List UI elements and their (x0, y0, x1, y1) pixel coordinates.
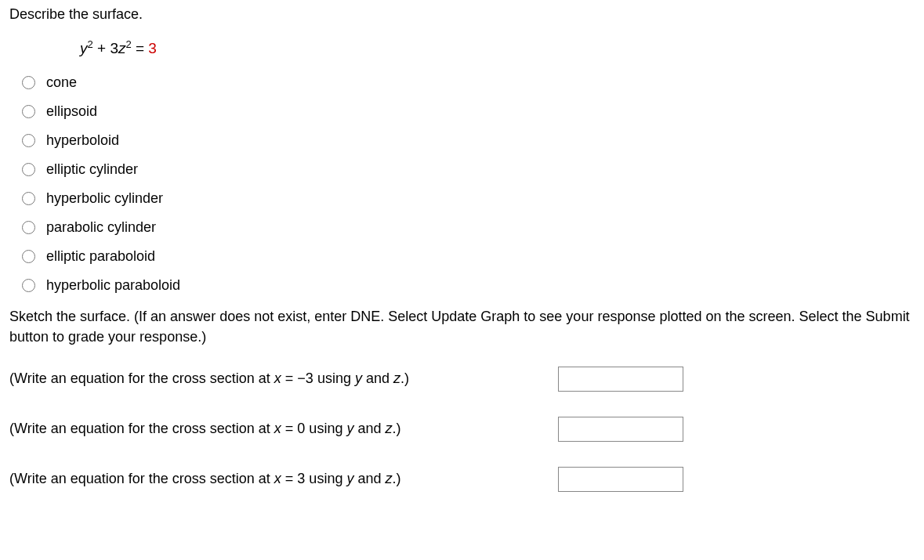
sketch-instruction: Sketch the surface. (If an answer does n… (9, 306, 915, 347)
radio-label: parabolic cylinder (46, 219, 156, 236)
radio-icon[interactable] (22, 105, 35, 118)
radio-option-ellipsoid[interactable]: ellipsoid (22, 103, 915, 120)
radio-label: elliptic cylinder (46, 161, 138, 178)
cross-section-label: (Write an equation for the cross section… (9, 370, 558, 387)
cross-section-label: (Write an equation for the cross section… (9, 471, 558, 487)
radio-icon[interactable] (22, 76, 35, 89)
cross-section-input-2[interactable] (558, 467, 683, 492)
cross-section-input-1[interactable] (558, 417, 683, 442)
radio-icon[interactable] (22, 163, 35, 176)
cross-section-label: (Write an equation for the cross section… (9, 421, 558, 437)
question-prompt: Describe the surface. (9, 6, 915, 23)
cross-section-row-1: (Write an equation for the cross section… (9, 417, 915, 442)
radio-label: hyperboloid (46, 132, 119, 149)
radio-icon[interactable] (22, 250, 35, 263)
radio-option-elliptic-cylinder[interactable]: elliptic cylinder (22, 161, 915, 178)
cross-section-input-0[interactable] (558, 367, 683, 392)
radio-label: ellipsoid (46, 103, 97, 120)
radio-icon[interactable] (22, 279, 35, 292)
radio-group: coneellipsoidhyperboloidelliptic cylinde… (22, 74, 915, 294)
radio-option-hyperbolic-paraboloid[interactable]: hyperbolic paraboloid (22, 277, 915, 294)
radio-label: hyperbolic cylinder (46, 190, 163, 207)
radio-option-cone[interactable]: cone (22, 74, 915, 91)
radio-option-elliptic-paraboloid[interactable]: elliptic paraboloid (22, 248, 915, 265)
radio-icon[interactable] (22, 134, 35, 147)
radio-icon[interactable] (22, 192, 35, 205)
radio-icon[interactable] (22, 221, 35, 234)
radio-option-hyperbolic-cylinder[interactable]: hyperbolic cylinder (22, 190, 915, 207)
cross-section-row-2: (Write an equation for the cross section… (9, 467, 915, 492)
radio-option-hyperboloid[interactable]: hyperboloid (22, 132, 915, 149)
radio-label: cone (46, 74, 77, 91)
equation-display: y2 + 3z2 = 3 (80, 38, 915, 57)
radio-label: hyperbolic paraboloid (46, 277, 180, 294)
radio-label: elliptic paraboloid (46, 248, 155, 265)
cross-section-row-0: (Write an equation for the cross section… (9, 367, 915, 392)
radio-option-parabolic-cylinder[interactable]: parabolic cylinder (22, 219, 915, 236)
